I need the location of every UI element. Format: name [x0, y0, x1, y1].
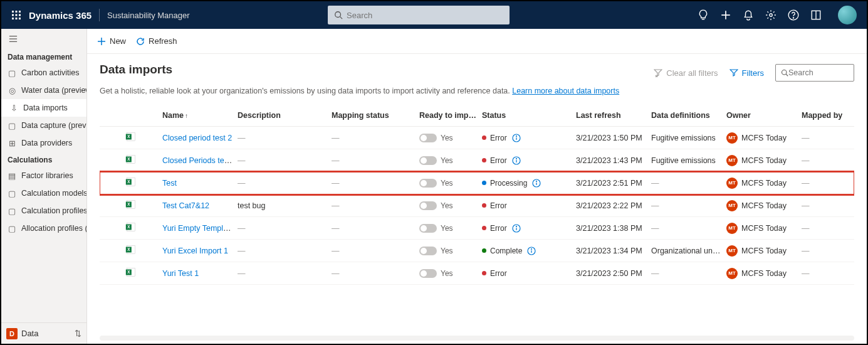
- sidebar-item-calc-profiles[interactable]: ▢Calculation profiles: [1, 202, 86, 220]
- status-text: Error: [490, 134, 507, 142]
- sidebar-section-data-management: Data management: [1, 49, 86, 64]
- row-name-link[interactable]: Test: [162, 179, 177, 188]
- status-dot: [482, 181, 486, 185]
- last-refresh: 3/21/2023 2:51 PM: [576, 179, 651, 188]
- dash: —: [802, 224, 810, 233]
- ready-toggle[interactable]: [419, 201, 437, 210]
- row-name-link[interactable]: Closed period test 2: [162, 134, 232, 142]
- info-icon[interactable]: [532, 179, 541, 188]
- table-row[interactable]: XClosed Periods test 1——YesError3/21/202…: [100, 149, 854, 172]
- user-avatar[interactable]: [838, 6, 857, 24]
- ready-toggle[interactable]: [419, 224, 437, 233]
- gear-icon[interactable]: [765, 9, 776, 21]
- ready-toggle[interactable]: [419, 179, 437, 188]
- col-last-refresh[interactable]: Last refresh: [576, 111, 651, 120]
- sidebar-item-factor-libraries[interactable]: ▤Factor libraries: [1, 167, 86, 184]
- data-grid: Name↑ Description Mapping status Ready t…: [100, 104, 854, 332]
- command-bar: New Refresh: [87, 29, 867, 54]
- svg-rect-0: [12, 11, 14, 13]
- svg-point-39: [516, 158, 516, 159]
- sidebar-item-label: Data providers: [21, 139, 72, 147]
- col-name[interactable]: Name↑: [162, 111, 238, 120]
- dash: —: [802, 201, 810, 210]
- row-name-link[interactable]: Yuri Empty Template …: [162, 224, 238, 233]
- status-text: Error: [490, 156, 507, 165]
- help-icon[interactable]: [788, 9, 799, 21]
- carbon-icon: ▢: [8, 68, 16, 77]
- row-name-link[interactable]: Yuri Excel Import 1: [162, 247, 228, 255]
- svg-rect-3: [12, 14, 14, 16]
- owner-name: MCFS Today: [741, 269, 787, 278]
- sidebar-item-data-capture[interactable]: ▢Data capture (preview): [1, 117, 86, 134]
- ready-toggle[interactable]: [419, 269, 437, 278]
- dash: —: [802, 247, 810, 255]
- new-button[interactable]: New: [97, 36, 126, 46]
- book-icon[interactable]: [810, 9, 822, 21]
- owner-name: MCFS Today: [741, 247, 787, 255]
- sidebar-item-calc-models[interactable]: ▢Calculation models: [1, 184, 86, 202]
- col-mapping[interactable]: Mapping status: [332, 111, 419, 120]
- owner-avatar: MT: [726, 223, 738, 234]
- global-search-input[interactable]: [347, 11, 503, 20]
- dash: —: [332, 156, 340, 165]
- filters-button[interactable]: Filters: [729, 68, 764, 78]
- table-row[interactable]: XYuri Excel Import 1——YesComplete3/21/20…: [100, 240, 854, 262]
- sidebar-item-carbon-activities[interactable]: ▢Carbon activities: [1, 64, 86, 82]
- row-name-link[interactable]: Test Cat7&12: [162, 201, 209, 210]
- ready-toggle[interactable]: [419, 156, 437, 165]
- info-icon[interactable]: [512, 156, 521, 165]
- local-search-input[interactable]: [788, 68, 849, 77]
- horizontal-scrollbar[interactable]: [87, 332, 867, 344]
- table-row[interactable]: XClosed period test 2——YesError3/21/2023…: [100, 127, 854, 149]
- col-data-defs[interactable]: Data definitions: [651, 111, 726, 120]
- ready-toggle[interactable]: [419, 247, 437, 255]
- sidebar-item-data-imports[interactable]: ⇩Data imports: [1, 99, 86, 117]
- col-ready[interactable]: Ready to import: [419, 111, 482, 120]
- local-search[interactable]: [775, 64, 854, 82]
- dash: —: [332, 179, 340, 188]
- ready-toggle[interactable]: [419, 134, 437, 142]
- bell-icon[interactable]: [743, 9, 754, 21]
- excel-icon: X: [125, 267, 136, 278]
- app-launcher-icon[interactable]: [6, 5, 26, 25]
- sidebar-item-data-providers[interactable]: ⊞Data providers: [1, 134, 86, 152]
- info-icon[interactable]: [527, 247, 536, 255]
- sidebar-area-switcher[interactable]: D Data ⇅: [1, 322, 86, 344]
- dash: —: [332, 201, 340, 210]
- sidebar-item-alloc-profiles[interactable]: ▢Allocation profiles (p…: [1, 220, 86, 237]
- table-row[interactable]: XTest Cat7&12test bug—YesError3/21/2023 …: [100, 194, 854, 217]
- last-refresh: 3/21/2023 2:50 PM: [576, 269, 651, 278]
- table-row[interactable]: XTest——YesProcessing3/21/2023 2:51 PM—MT…: [100, 172, 854, 194]
- filter-clear-icon: [654, 68, 662, 77]
- owner-name: MCFS Today: [741, 201, 787, 210]
- capture-icon: ▢: [8, 121, 16, 130]
- toggle-label: Yes: [441, 156, 453, 165]
- refresh-button[interactable]: Refresh: [136, 36, 177, 46]
- toggle-label: Yes: [441, 201, 453, 210]
- col-status[interactable]: Status: [482, 111, 576, 120]
- row-name-link[interactable]: Yuri Test 1: [162, 269, 199, 278]
- dash: —: [238, 179, 246, 188]
- hamburger-icon[interactable]: [1, 29, 86, 49]
- plus-icon[interactable]: [720, 9, 731, 21]
- owner-avatar: MT: [726, 155, 738, 166]
- lightbulb-icon[interactable]: [698, 9, 709, 21]
- global-search[interactable]: [328, 6, 510, 24]
- clear-filters-button[interactable]: Clear all filters: [654, 68, 718, 78]
- svg-rect-4: [16, 14, 18, 16]
- row-name-link[interactable]: Closed Periods test 1: [162, 156, 237, 165]
- svg-line-10: [340, 17, 343, 19]
- col-owner[interactable]: Owner: [726, 111, 802, 120]
- table-row[interactable]: XYuri Test 1——YesError3/21/2023 2:50 PM—…: [100, 262, 854, 285]
- info-icon[interactable]: [512, 134, 521, 142]
- info-icon[interactable]: [512, 224, 521, 233]
- table-row[interactable]: XYuri Empty Template …——YesError3/21/202…: [100, 217, 854, 240]
- sidebar-section-calculations: Calculations: [1, 152, 86, 167]
- col-mapped-by[interactable]: Mapped by: [802, 111, 854, 120]
- learn-more-link[interactable]: Learn more about data imports: [512, 87, 619, 95]
- library-icon: ▤: [8, 171, 16, 180]
- plus-icon: [97, 37, 106, 46]
- toggle-label: Yes: [441, 224, 453, 233]
- col-description[interactable]: Description: [238, 111, 332, 120]
- sidebar-item-water-data[interactable]: ◎Water data (preview): [1, 82, 86, 99]
